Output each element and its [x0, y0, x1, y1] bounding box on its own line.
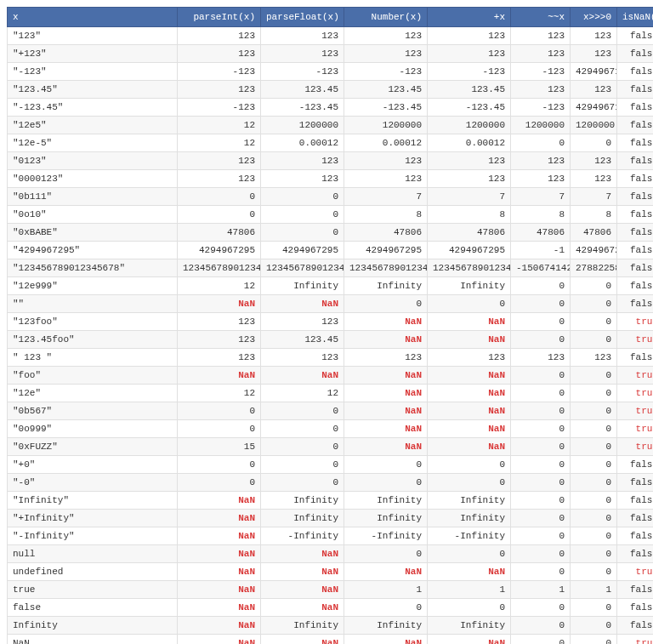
cell-value: NaN [178, 367, 261, 385]
cell-value: 123.45 [261, 331, 344, 349]
cell-value: 0 [178, 420, 261, 438]
cell-value: 123 [511, 81, 571, 99]
cell-value: NaN [178, 635, 261, 645]
cell-value: NaN [344, 331, 428, 349]
table-row: "0123"123123123123123123false [8, 152, 654, 170]
cell-value: NaN [178, 492, 261, 510]
cell-x: "0xBABE" [8, 224, 178, 242]
cell-value: NaN [428, 402, 511, 420]
cell-value: Infinity [428, 617, 511, 635]
cell-value: 0 [511, 277, 571, 295]
cell-x: "123" [8, 27, 178, 45]
cell-value: 1200000 [511, 117, 571, 134]
cell-value: 0 [344, 456, 428, 474]
cell-value: 0 [261, 206, 344, 224]
cell-value: -123 [344, 63, 428, 81]
cell-value: 7 [428, 188, 511, 206]
table-row: "12e999"12InfinityInfinityInfinity00fals… [8, 277, 654, 295]
cell-value: false [617, 599, 654, 617]
cell-value: 4294967295 [344, 242, 428, 259]
cell-value: false [617, 277, 654, 295]
cell-value: false [617, 474, 654, 492]
cell-value: 0 [428, 545, 511, 563]
col-number: Number(x) [344, 8, 428, 27]
cell-value: 47806 [571, 224, 617, 242]
cell-value: Infinity [428, 510, 511, 527]
table-row: "+123"123123123123123123false [8, 45, 654, 63]
cell-value: 123 [511, 170, 571, 188]
cell-value: NaN [178, 545, 261, 563]
table-row: "Infinity"NaNInfinityInfinityInfinity00f… [8, 492, 654, 510]
cell-x: "12e5" [8, 117, 178, 134]
cell-x: "+0" [8, 456, 178, 474]
cell-value: 8 [571, 206, 617, 224]
cell-value: NaN [178, 617, 261, 635]
cell-value: 123 [428, 152, 511, 170]
cell-x: "Infinity" [8, 492, 178, 510]
cell-x: "0123" [8, 152, 178, 170]
cell-value: 0 [261, 438, 344, 456]
col-shift: x>>>0 [571, 8, 617, 27]
cell-value: 123 [344, 349, 428, 367]
cell-value: 1200000 [571, 117, 617, 134]
table-row: "0xBABE"47806047806478064780647806false [8, 224, 654, 242]
table-row: "12e5"1212000001200000120000012000001200… [8, 117, 654, 134]
cell-value: 0 [261, 420, 344, 438]
col-parseint: parseInt(x) [178, 8, 261, 27]
cell-value: NaN [344, 367, 428, 385]
cell-value: -123.45 [428, 99, 511, 117]
cell-value: 0 [571, 331, 617, 349]
cell-value: NaN [344, 635, 428, 645]
cell-value: 0 [511, 402, 571, 420]
cell-value: true [617, 385, 654, 402]
cell-value: 1200000 [428, 117, 511, 134]
cell-value: 123 [511, 152, 571, 170]
cell-value: 0 [511, 599, 571, 617]
cell-value: 0.00012 [344, 134, 428, 152]
cell-value: 0 [261, 402, 344, 420]
cell-value: 0 [511, 438, 571, 456]
cell-value: 123 [178, 81, 261, 99]
table-row: "+0"000000false [8, 456, 654, 474]
cell-value: 12 [178, 385, 261, 402]
cell-value: 123 [178, 27, 261, 45]
cell-value: 123.45 [428, 81, 511, 99]
cell-value: 0 [428, 474, 511, 492]
cell-value: 0 [571, 510, 617, 527]
cell-value: 0 [511, 545, 571, 563]
cell-value: 123 [178, 45, 261, 63]
cell-value: Infinity [428, 492, 511, 510]
cell-value: 0 [571, 385, 617, 402]
cell-value: NaN [261, 599, 344, 617]
cell-value: 0 [571, 545, 617, 563]
cell-value: 47806 [344, 224, 428, 242]
cell-x: null [8, 545, 178, 563]
table-row: "-0"000000false [8, 474, 654, 492]
col-x: x [8, 8, 178, 27]
cell-value: 123.45 [261, 81, 344, 99]
cell-value: 0 [571, 313, 617, 331]
cell-value: 0 [511, 385, 571, 402]
cell-value: Infinity [261, 277, 344, 295]
cell-value: 123 [261, 349, 344, 367]
cell-value: 12 [261, 385, 344, 402]
cell-value: 1200000 [344, 117, 428, 134]
cell-value: false [617, 134, 654, 152]
table-row: "12e"1212NaNNaN00true [8, 385, 654, 402]
cell-value: 123 [571, 170, 617, 188]
cell-value: NaN [261, 545, 344, 563]
cell-value: NaN [344, 438, 428, 456]
cell-value: 47806 [178, 224, 261, 242]
cell-value: 0 [511, 134, 571, 152]
cell-value: NaN [428, 367, 511, 385]
cell-value: 0 [178, 402, 261, 420]
cell-value: 0 [511, 510, 571, 527]
cell-value: 123 [344, 170, 428, 188]
cell-value: 0 [344, 474, 428, 492]
cell-x: "foo" [8, 367, 178, 385]
cell-value: 123456789012345680 [261, 259, 344, 277]
cell-x: "-Infinity" [8, 527, 178, 545]
cell-value: true [617, 402, 654, 420]
cell-value: true [617, 438, 654, 456]
cell-x: "12e999" [8, 277, 178, 295]
